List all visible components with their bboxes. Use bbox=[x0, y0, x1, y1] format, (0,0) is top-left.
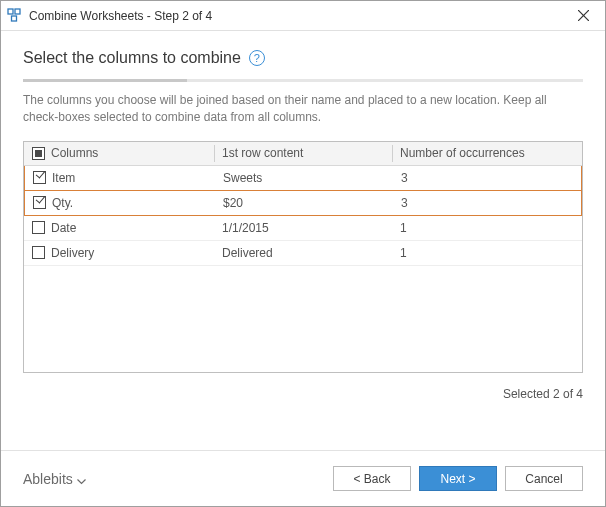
close-icon bbox=[578, 10, 589, 21]
svg-rect-0 bbox=[8, 9, 13, 14]
cell-occurrences: 3 bbox=[393, 191, 581, 215]
svg-rect-2 bbox=[12, 16, 17, 21]
svg-rect-1 bbox=[15, 9, 20, 14]
header-first-row-label: 1st row content bbox=[222, 146, 303, 160]
cell-occurrences: 1 bbox=[392, 241, 582, 265]
row-checkbox[interactable] bbox=[32, 221, 45, 234]
header-occurrences-label: Number of occurrences bbox=[400, 146, 525, 160]
row-checkbox[interactable] bbox=[33, 196, 46, 209]
progress-bar bbox=[23, 79, 583, 82]
cell-column-name: Delivery bbox=[24, 241, 214, 265]
cell-column-name: Item bbox=[25, 166, 215, 190]
cell-column-name: Date bbox=[24, 216, 214, 240]
next-button[interactable]: Next > bbox=[419, 466, 497, 491]
cell-first-row: 1/1/2015 bbox=[214, 216, 392, 240]
window-title: Combine Worksheets - Step 2 of 4 bbox=[29, 9, 561, 23]
wizard-body: Select the columns to combine ? The colu… bbox=[1, 31, 605, 450]
header-columns-label: Columns bbox=[51, 146, 98, 160]
wizard-window: Combine Worksheets - Step 2 of 4 Select … bbox=[0, 0, 606, 507]
table-row[interactable]: Date1/1/20151 bbox=[24, 216, 582, 241]
header-occurrences[interactable]: Number of occurrences bbox=[392, 142, 582, 165]
cell-first-row: $20 bbox=[215, 191, 393, 215]
columns-grid: Columns 1st row content Number of occurr… bbox=[23, 141, 583, 373]
table-row[interactable]: DeliveryDelivered1 bbox=[24, 241, 582, 266]
chevron-down-icon bbox=[77, 472, 86, 488]
titlebar: Combine Worksheets - Step 2 of 4 bbox=[1, 1, 605, 31]
header-first-row[interactable]: 1st row content bbox=[214, 142, 392, 165]
grid-header: Columns 1st row content Number of occurr… bbox=[24, 142, 582, 166]
help-icon[interactable]: ? bbox=[249, 50, 265, 66]
cell-first-row: Delivered bbox=[214, 241, 392, 265]
brand-label: Ablebits bbox=[23, 471, 73, 487]
table-row[interactable]: Qty.$203 bbox=[24, 190, 582, 216]
brand-menu[interactable]: Ablebits bbox=[23, 471, 325, 487]
row-name-label: Date bbox=[51, 221, 76, 235]
header-columns[interactable]: Columns bbox=[24, 142, 214, 165]
page-heading: Select the columns to combine bbox=[23, 49, 241, 67]
footer: Ablebits < Back Next > Cancel bbox=[1, 450, 605, 506]
row-checkbox[interactable] bbox=[33, 171, 46, 184]
select-all-checkbox[interactable] bbox=[32, 147, 45, 160]
row-name-label: Qty. bbox=[52, 196, 73, 210]
table-row[interactable]: ItemSweets3 bbox=[24, 166, 582, 191]
cell-first-row: Sweets bbox=[215, 166, 393, 190]
close-button[interactable] bbox=[561, 1, 605, 30]
row-name-label: Item bbox=[52, 171, 75, 185]
selection-status: Selected 2 of 4 bbox=[23, 373, 583, 401]
cell-column-name: Qty. bbox=[25, 191, 215, 215]
page-description: The columns you choose will be joined ba… bbox=[23, 92, 583, 127]
grid-rows: ItemSweets3Qty.$203Date1/1/20151Delivery… bbox=[24, 166, 582, 372]
cancel-button[interactable]: Cancel bbox=[505, 466, 583, 491]
cell-occurrences: 1 bbox=[392, 216, 582, 240]
back-button[interactable]: < Back bbox=[333, 466, 411, 491]
row-name-label: Delivery bbox=[51, 246, 94, 260]
heading-row: Select the columns to combine ? bbox=[23, 49, 583, 67]
cell-occurrences: 3 bbox=[393, 166, 581, 190]
app-icon bbox=[7, 8, 23, 24]
row-checkbox[interactable] bbox=[32, 246, 45, 259]
